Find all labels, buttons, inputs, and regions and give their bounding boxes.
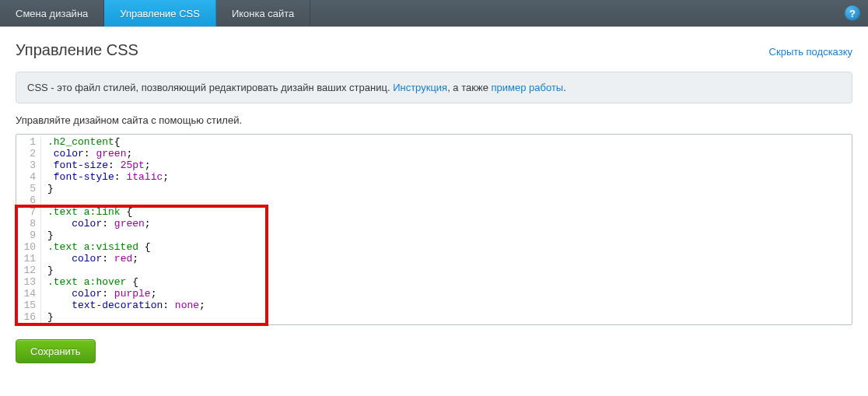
line-number: 8 (16, 218, 41, 230)
line-source[interactable]: color: purple; (41, 288, 156, 300)
code-line[interactable]: 3 font-size: 25pt; (16, 159, 852, 171)
content-area: Управление CSS Скрыть подсказку CSS - эт… (0, 26, 868, 387)
code-line[interactable]: 13.text a:hover { (16, 276, 852, 288)
code-line[interactable]: 2 color: green; (16, 148, 852, 159)
tab-design-change[interactable]: Смена дизайна (0, 0, 104, 26)
save-button[interactable]: Сохранить (16, 339, 96, 363)
line-source[interactable]: color: red; (41, 253, 138, 265)
page-header: Управление CSS Скрыть подсказку (16, 41, 852, 59)
code-line[interactable]: 7.text a:link { (16, 206, 852, 218)
line-number: 12 (16, 265, 41, 276)
line-source[interactable]: } (41, 183, 54, 194)
line-number: 5 (16, 183, 41, 194)
line-source[interactable]: } (41, 265, 54, 276)
code-line[interactable]: 9} (16, 230, 852, 241)
line-source[interactable] (41, 194, 47, 206)
info-link-example[interactable]: пример работы (491, 82, 563, 93)
help-icon[interactable]: ? (845, 5, 860, 21)
line-number: 2 (16, 148, 41, 159)
line-source[interactable]: font-size: 25pt; (41, 159, 151, 171)
line-source[interactable]: color: green; (41, 218, 151, 230)
code-line[interactable]: 4 font-style: italic; (16, 171, 852, 183)
line-source[interactable]: .text a:visited { (41, 241, 151, 253)
code-line[interactable]: 11 color: red; (16, 253, 852, 265)
line-source[interactable]: } (41, 311, 54, 323)
code-line[interactable]: 15 text-decoration: none; (16, 300, 852, 311)
line-number: 14 (16, 288, 41, 300)
code-line[interactable]: 10.text a:visited { (16, 241, 852, 253)
line-source[interactable]: .text a:link { (41, 206, 132, 218)
line-source[interactable]: text-decoration: none; (41, 300, 205, 311)
editor-wrap: 1.h2_content{2 color: green;3 font-size:… (16, 134, 852, 325)
line-source[interactable]: } (41, 230, 54, 241)
line-number: 3 (16, 159, 41, 171)
info-text-prefix: CSS - это файл стилей, позволяющий редак… (27, 82, 393, 93)
line-source[interactable]: font-style: italic; (41, 171, 169, 183)
info-text-mid: , а также (447, 82, 491, 93)
css-editor[interactable]: 1.h2_content{2 color: green;3 font-size:… (16, 134, 852, 325)
code-line[interactable]: 8 color: green; (16, 218, 852, 230)
line-number: 4 (16, 171, 41, 183)
line-number: 13 (16, 276, 41, 288)
tab-css-management[interactable]: Управление CSS (104, 0, 216, 26)
line-source[interactable]: color: green; (41, 148, 132, 159)
code-line[interactable]: 16} (16, 311, 852, 323)
code-line[interactable]: 1.h2_content{ (16, 136, 852, 148)
line-number: 11 (16, 253, 41, 265)
line-number: 1 (16, 136, 41, 148)
line-source[interactable]: .text a:hover { (41, 276, 138, 288)
line-number: 9 (16, 230, 41, 241)
line-number: 7 (16, 206, 41, 218)
line-number: 16 (16, 311, 41, 323)
page-title: Управление CSS (16, 41, 138, 59)
info-box: CSS - это файл стилей, позволяющий редак… (16, 72, 852, 103)
line-number: 15 (16, 300, 41, 311)
code-line[interactable]: 14 color: purple; (16, 288, 852, 300)
line-number: 10 (16, 241, 41, 253)
line-source[interactable]: .h2_content{ (41, 136, 121, 148)
hide-hint-link[interactable]: Скрыть подсказку (769, 46, 852, 58)
code-line[interactable]: 12} (16, 265, 852, 276)
code-line[interactable]: 5} (16, 183, 852, 194)
tab-site-icon[interactable]: Иконка сайта (216, 0, 310, 26)
line-number: 6 (16, 194, 41, 206)
info-link-instruction[interactable]: Инструкция (393, 82, 447, 93)
topbar: Смена дизайна Управление CSS Иконка сайт… (0, 0, 868, 26)
code-line[interactable]: 6 (16, 194, 852, 206)
info-text-suffix: . (563, 82, 566, 93)
code-body[interactable]: 1.h2_content{2 color: green;3 font-size:… (16, 136, 852, 323)
description-text: Управляйте дизайном сайта с помощью стил… (16, 114, 852, 126)
